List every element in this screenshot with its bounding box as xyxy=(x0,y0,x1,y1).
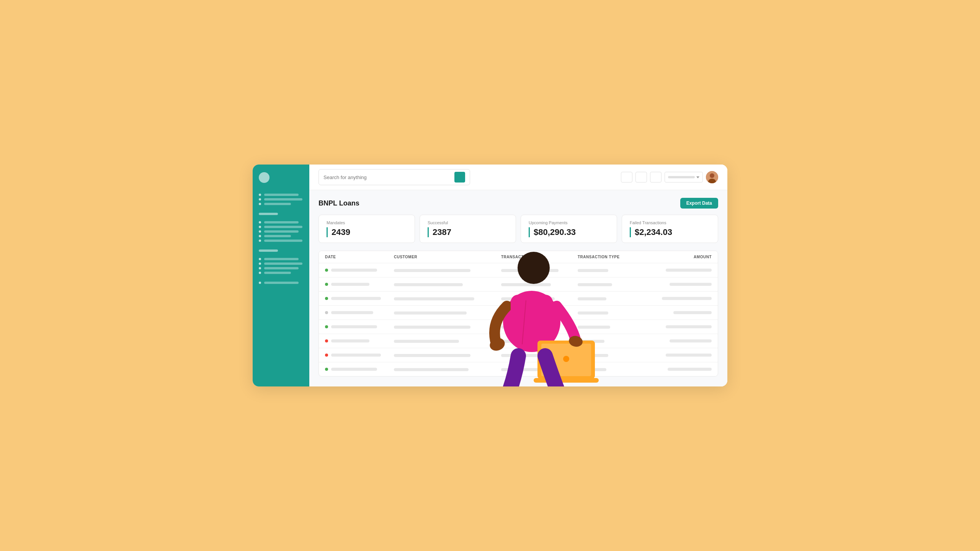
transaction-type-cell xyxy=(578,323,654,330)
settings-icon[interactable] xyxy=(635,172,647,183)
stat-card-mandates: Mandates 2439 xyxy=(318,215,415,243)
search-icon[interactable] xyxy=(454,172,465,183)
language-dropdown[interactable] xyxy=(665,172,703,183)
status-dot xyxy=(325,283,328,286)
sidebar-bar xyxy=(264,203,291,205)
sidebar-bar xyxy=(264,226,302,228)
sidebar-item[interactable] xyxy=(259,194,303,196)
transaction-type-cell xyxy=(578,366,654,373)
customer-cell xyxy=(394,267,501,274)
sidebar-dot xyxy=(259,235,261,237)
sidebar-item[interactable] xyxy=(259,262,303,265)
sidebar-dot xyxy=(259,240,261,242)
ttype-value xyxy=(578,269,608,272)
customer-value xyxy=(394,311,467,315)
customer-value xyxy=(394,269,470,272)
date-value xyxy=(331,311,373,314)
amount-cell xyxy=(654,368,712,371)
sidebar-bar xyxy=(264,235,291,237)
app-window: BNPL Loans Export Data Mandates 2439 Suc… xyxy=(253,165,727,386)
col-transaction-id: TRANSACTION ID xyxy=(501,255,578,259)
table-row[interactable] xyxy=(319,334,718,348)
ttype-value xyxy=(578,354,608,357)
sidebar-bar xyxy=(264,221,299,223)
sidebar-item[interactable] xyxy=(259,240,303,242)
sidebar-item[interactable] xyxy=(259,226,303,228)
amount-cell xyxy=(654,269,712,272)
date-value xyxy=(331,354,381,357)
transaction-type-cell xyxy=(578,267,654,274)
table-row[interactable] xyxy=(319,348,718,362)
page-title-row: BNPL Loans Export Data xyxy=(318,198,718,209)
date-value xyxy=(331,325,377,328)
sidebar-item[interactable] xyxy=(259,230,303,233)
tid-value xyxy=(501,354,557,357)
date-value xyxy=(331,283,369,286)
table-row[interactable] xyxy=(319,362,718,376)
sidebar-item[interactable] xyxy=(259,235,303,237)
date-value xyxy=(331,269,377,272)
search-container xyxy=(318,169,470,185)
customer-value xyxy=(394,368,469,371)
amount-cell xyxy=(654,297,712,300)
date-cell xyxy=(325,311,394,314)
stat-card-successful: Successful 2387 xyxy=(420,215,516,243)
amount-value xyxy=(666,325,712,328)
sidebar-item[interactable] xyxy=(259,203,303,205)
sidebar-item[interactable] xyxy=(259,221,303,223)
svg-point-1 xyxy=(710,173,714,178)
tid-value xyxy=(501,368,560,371)
sidebar-item[interactable] xyxy=(259,258,303,260)
amount-cell xyxy=(654,339,712,342)
sidebar-bar xyxy=(264,272,291,274)
sidebar-item[interactable] xyxy=(259,282,303,284)
search-input[interactable] xyxy=(323,174,451,180)
stat-label-failed: Failed Transactions xyxy=(630,220,710,225)
sidebar-bar xyxy=(264,194,299,196)
sidebar-dot xyxy=(259,262,261,265)
table-body xyxy=(319,263,718,376)
sidebar-bar xyxy=(264,230,299,233)
notification-icon[interactable] xyxy=(621,172,632,183)
stat-card-failed: Failed Transactions $2,234.03 xyxy=(622,215,718,243)
amount-value xyxy=(662,297,712,300)
sidebar-bar xyxy=(264,267,299,269)
amount-value xyxy=(670,283,712,286)
transaction-type-cell xyxy=(578,309,654,316)
stat-value-mandates: 2439 xyxy=(327,227,407,237)
sidebar-item[interactable] xyxy=(259,272,303,274)
chevron-down-icon xyxy=(696,176,699,178)
sidebar-bar xyxy=(264,282,299,284)
date-cell xyxy=(325,368,394,371)
ttype-value xyxy=(578,326,610,329)
sidebar-dot xyxy=(259,226,261,228)
table-row[interactable] xyxy=(319,292,718,306)
status-dot xyxy=(325,297,328,300)
customer-cell xyxy=(394,309,501,316)
table-row[interactable] xyxy=(319,320,718,334)
menu-icon[interactable] xyxy=(650,172,662,183)
table-row[interactable] xyxy=(319,277,718,292)
export-data-button[interactable]: Export Data xyxy=(680,198,718,209)
amount-value xyxy=(666,354,712,357)
avatar[interactable] xyxy=(706,171,718,183)
sidebar-group-2 xyxy=(259,221,303,242)
table-row[interactable] xyxy=(319,263,718,277)
data-table: DATE CUSTOMER TRANSACTION ID TRANSACTION… xyxy=(318,251,718,377)
table-row[interactable] xyxy=(319,306,718,320)
sidebar-dot xyxy=(259,267,261,269)
date-cell xyxy=(325,283,394,286)
customer-value xyxy=(394,340,459,343)
sidebar xyxy=(253,165,309,386)
stats-row: Mandates 2439 Successful 2387 Upcoming P… xyxy=(318,215,718,243)
sidebar-item[interactable] xyxy=(259,267,303,269)
sidebar-dot xyxy=(259,282,261,284)
sidebar-item[interactable] xyxy=(259,198,303,201)
sidebar-group-4 xyxy=(259,282,303,284)
sidebar-dot xyxy=(259,203,261,205)
sidebar-dot xyxy=(259,194,261,196)
avatar-image xyxy=(706,171,718,183)
col-transaction-type: TRANSACTION TYPE xyxy=(578,255,654,259)
tid-value xyxy=(501,269,559,272)
sidebar-logo xyxy=(259,172,270,183)
